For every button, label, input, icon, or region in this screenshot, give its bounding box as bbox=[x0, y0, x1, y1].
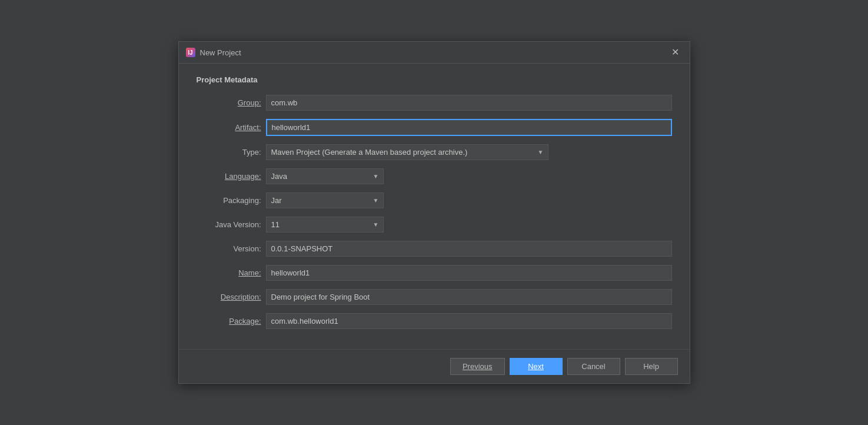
version-row: Version: bbox=[197, 241, 672, 257]
description-row: Description: bbox=[197, 289, 672, 305]
group-row: Group: bbox=[197, 95, 672, 111]
dialog-title-left: IJ New Project bbox=[186, 48, 241, 57]
language-row: Language: Java Kotlin Groovy ▼ bbox=[197, 168, 672, 184]
name-label-text: Name: bbox=[238, 268, 261, 277]
language-label: Language: bbox=[197, 172, 261, 181]
java-version-select[interactable]: 8 11 17 21 bbox=[266, 217, 384, 233]
dialog-body: Project Metadata Group: Artifact: Type: bbox=[179, 64, 690, 349]
description-label: Description: bbox=[197, 293, 261, 301]
language-label-text: Language: bbox=[225, 172, 261, 181]
name-input[interactable] bbox=[266, 265, 672, 281]
java-version-row: Java Version: 8 11 17 21 ▼ bbox=[197, 217, 672, 233]
group-label-text: Group: bbox=[238, 98, 261, 107]
packaging-select[interactable]: Jar War bbox=[266, 192, 384, 208]
dialog-overlay: IJ New Project ✕ Project Metadata Group:… bbox=[0, 0, 868, 425]
java-version-label: Java Version: bbox=[197, 220, 261, 229]
type-select[interactable]: Maven Project (Generate a Maven based pr… bbox=[266, 144, 548, 160]
dialog-footer: Previous Next Cancel Help bbox=[179, 349, 690, 383]
help-button[interactable]: Help bbox=[625, 358, 678, 375]
group-label: Group: bbox=[197, 98, 261, 107]
next-button-label: Next bbox=[528, 362, 544, 371]
package-input[interactable] bbox=[266, 313, 672, 329]
description-label-text: Description: bbox=[221, 293, 261, 301]
version-label: Version: bbox=[197, 244, 261, 253]
name-row: Name: bbox=[197, 265, 672, 281]
new-project-dialog: IJ New Project ✕ Project Metadata Group:… bbox=[178, 41, 690, 384]
dialog-title: New Project bbox=[200, 48, 241, 57]
previous-button[interactable]: Previous bbox=[450, 358, 505, 375]
package-label-text: Package: bbox=[229, 317, 261, 326]
package-row: Package: bbox=[197, 313, 672, 329]
app-icon: IJ bbox=[186, 48, 195, 57]
description-input[interactable] bbox=[266, 289, 672, 305]
type-select-wrapper: Maven Project (Generate a Maven based pr… bbox=[266, 144, 548, 160]
package-label: Package: bbox=[197, 317, 261, 326]
java-version-select-wrapper: 8 11 17 21 ▼ bbox=[266, 217, 384, 233]
type-label: Type: bbox=[197, 148, 261, 157]
packaging-row: Packaging: Jar War ▼ bbox=[197, 192, 672, 208]
language-select[interactable]: Java Kotlin Groovy bbox=[266, 168, 384, 184]
artifact-label: Artifact: bbox=[197, 123, 261, 132]
language-select-wrapper: Java Kotlin Groovy ▼ bbox=[266, 168, 384, 184]
artifact-row: Artifact: bbox=[197, 119, 672, 136]
type-row: Type: Maven Project (Generate a Maven ba… bbox=[197, 144, 672, 160]
name-label: Name: bbox=[197, 268, 261, 277]
close-button[interactable]: ✕ bbox=[668, 47, 683, 58]
dialog-titlebar: IJ New Project ✕ bbox=[179, 42, 690, 64]
artifact-label-text: Artifact: bbox=[235, 123, 261, 132]
cancel-button[interactable]: Cancel bbox=[567, 358, 620, 375]
packaging-select-wrapper: Jar War ▼ bbox=[266, 192, 384, 208]
artifact-input[interactable] bbox=[266, 119, 672, 136]
next-button[interactable]: Next bbox=[510, 358, 563, 375]
previous-button-label: Previous bbox=[463, 362, 493, 371]
group-input[interactable] bbox=[266, 95, 672, 111]
version-input[interactable] bbox=[266, 241, 672, 257]
section-title: Project Metadata bbox=[197, 75, 672, 84]
packaging-label: Packaging: bbox=[197, 196, 261, 205]
